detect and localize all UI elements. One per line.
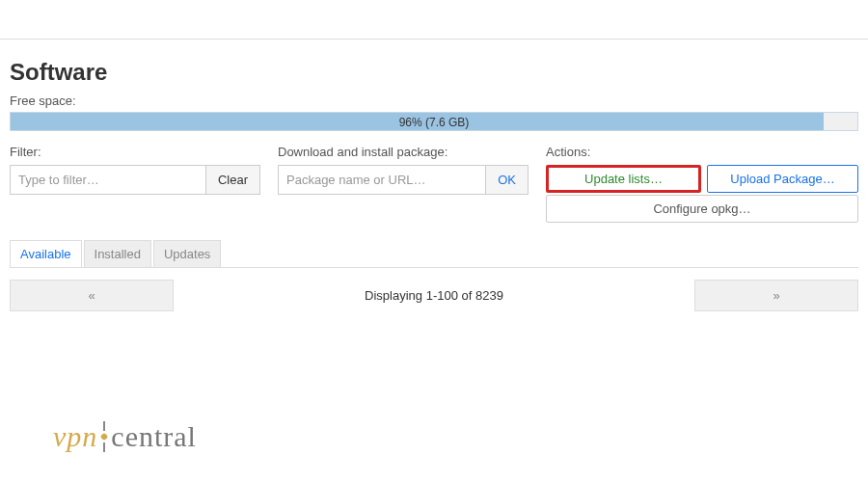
free-space-progress: 96% (7.6 GB): [10, 112, 858, 131]
configure-opkg-button[interactable]: Configure opkg…: [546, 195, 858, 223]
watermark-logo: vpn central: [53, 420, 197, 453]
actions-label: Actions:: [546, 145, 858, 159]
pager-next-button[interactable]: »: [694, 280, 858, 311]
page-title: Software: [10, 59, 858, 86]
update-lists-button[interactable]: Update lists…: [546, 165, 701, 193]
upload-package-button[interactable]: Upload Package…: [707, 165, 858, 193]
progress-text: 96% (7.6 GB): [11, 113, 857, 132]
tabs: Available Installed Updates: [10, 240, 858, 268]
free-space-label: Free space:: [10, 94, 858, 108]
pager-display-text: Displaying 1-100 of 8239: [174, 288, 694, 303]
tab-available[interactable]: Available: [10, 240, 82, 267]
clear-button[interactable]: Clear: [205, 166, 259, 194]
vpn-separator-icon: [101, 420, 107, 453]
tab-installed[interactable]: Installed: [84, 240, 151, 267]
filter-input[interactable]: [11, 166, 205, 194]
watermark-central: central: [111, 420, 197, 453]
pager-prev-button[interactable]: «: [10, 280, 174, 311]
package-input[interactable]: [279, 166, 485, 194]
filter-label: Filter:: [10, 145, 260, 159]
ok-button[interactable]: OK: [485, 166, 528, 194]
package-label: Download and install package:: [278, 145, 529, 159]
tab-updates[interactable]: Updates: [153, 240, 221, 267]
watermark-vpn: vpn: [53, 420, 97, 453]
